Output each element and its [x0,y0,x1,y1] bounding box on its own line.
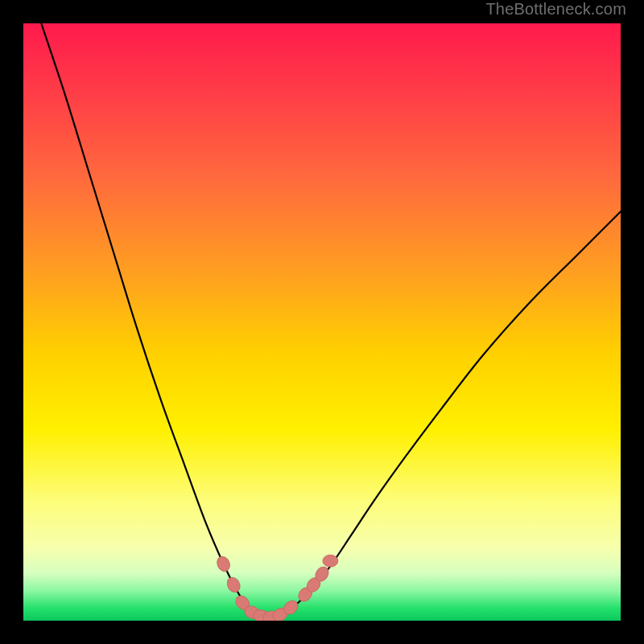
markers-layer [23,23,621,621]
valley-marker [225,576,242,595]
watermark-text: TheBottleneck.com [485,0,626,19]
valley-markers-group [215,555,338,621]
valley-marker [323,555,338,567]
outer-frame: TheBottleneck.com [0,0,644,644]
valley-marker [215,555,233,573]
